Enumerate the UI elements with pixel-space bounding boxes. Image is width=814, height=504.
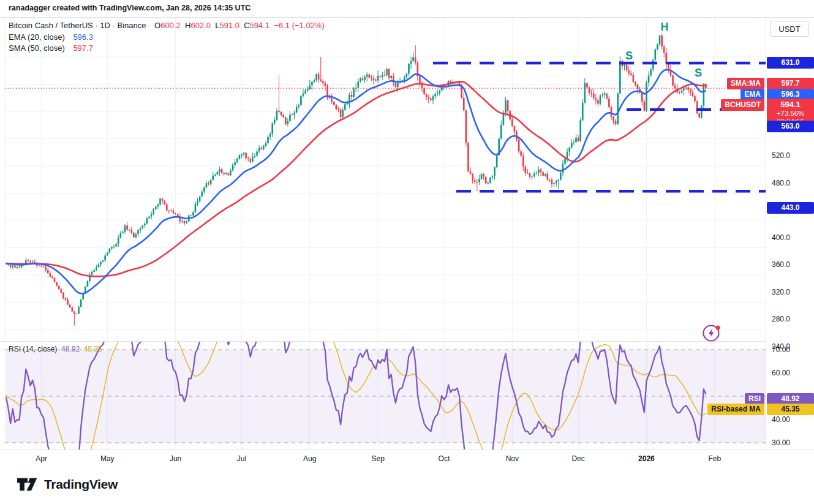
time-axis-label: May xyxy=(100,454,115,463)
lightning-button[interactable] xyxy=(702,324,722,344)
pattern-label-h[interactable]: H xyxy=(661,21,669,34)
open-value: 600.2 xyxy=(160,21,181,30)
rsi-value: 48.92 xyxy=(61,345,80,353)
rsi-axis-label: 60.00 xyxy=(766,368,814,378)
low-value: 591.0 xyxy=(219,21,239,30)
sma-axis-value: 597.7 xyxy=(767,78,814,89)
close-value: 594.1 xyxy=(250,21,270,30)
close-label: C xyxy=(244,21,249,30)
sma-legend-row[interactable]: SMA (50, close) 597.7 xyxy=(9,43,93,53)
price-grid xyxy=(5,18,766,341)
sma-label: SMA (50, close) xyxy=(9,43,65,53)
pattern-label-s[interactable]: S xyxy=(695,67,702,80)
symbol-companion-badge: BCHUSDT xyxy=(721,99,764,111)
rsi-ma-axis-value: 45.35 xyxy=(767,404,814,415)
candles xyxy=(6,34,707,326)
tradingview-logo-icon xyxy=(17,476,38,492)
ema-legend-row[interactable]: EMA (20, close) 596.3 xyxy=(9,32,93,42)
rsi-axis-label: 70.00 xyxy=(766,345,814,355)
sma-companion-badge: SMA:MA xyxy=(727,78,764,89)
symbol-title[interactable]: Bitcoin Cash / TetherUS · 1D · Binance xyxy=(9,21,146,30)
sma-value: 597.7 xyxy=(73,43,93,53)
price-pane[interactable] xyxy=(0,18,766,341)
pattern-label-s[interactable]: S xyxy=(625,50,633,62)
time-axis-label: 2026 xyxy=(638,454,655,463)
chart-widget: Bitcoin Cash / TetherUS · 1D · Binance O… xyxy=(0,17,814,467)
time-axis-label: Feb xyxy=(708,454,721,463)
rsi-ma-value: 45.35 xyxy=(84,345,102,353)
level-badge-443: 443.0 xyxy=(767,202,814,214)
last-price-percent: +73.56% xyxy=(767,109,814,118)
change-value: −6.1 (−1.02%) xyxy=(274,21,324,30)
ema-label: EMA (20, close) xyxy=(9,32,65,42)
price-axis[interactable]: USDT 631.0 597.7 596.3 594.1 +73.56% 09:… xyxy=(766,18,814,449)
time-axis-label: Jul xyxy=(237,454,246,463)
rsi-band xyxy=(5,350,766,443)
open-label: O xyxy=(154,21,160,30)
attribution-text: ranadagger created with TradingView.com,… xyxy=(9,4,251,12)
currency-button[interactable]: USDT xyxy=(770,21,809,37)
rsi-pane[interactable] xyxy=(0,341,766,449)
time-axis-label: Nov xyxy=(506,454,519,463)
price-axis-label: 360.0 xyxy=(766,260,814,269)
rsi-legend-row[interactable]: RSI (14, close) 48.92 45.35 xyxy=(9,345,102,353)
price-axis-label: 400.0 xyxy=(766,233,814,243)
pane-separator[interactable] xyxy=(0,341,814,342)
time-axis-label: Dec xyxy=(571,454,584,463)
level-badge-563: 563.0 xyxy=(767,121,814,132)
price-axis-label: 520.0 xyxy=(766,151,814,160)
lightning-icon xyxy=(702,324,722,344)
time-axis-label: Jun xyxy=(170,454,181,463)
time-axis[interactable]: AprMayJunJulAugSepOctNovDec2026Feb xyxy=(0,449,814,467)
rsi-ma-companion-badge: RSI-based MA xyxy=(707,404,764,415)
price-axis-label: 320.0 xyxy=(766,287,814,297)
symbol-legend-row[interactable]: Bitcoin Cash / TetherUS · 1D · Binance O… xyxy=(9,21,325,30)
time-axis-label: Apr xyxy=(36,454,47,463)
high-value: 602.0 xyxy=(190,21,211,30)
ema-value: 596.3 xyxy=(73,32,93,42)
rsi-axis-label: 30.00 xyxy=(766,438,814,448)
tradingview-logo[interactable]: TradingView xyxy=(17,476,118,492)
time-axis-label: Aug xyxy=(303,454,316,463)
price-axis-label: 280.0 xyxy=(766,314,814,324)
price-axis-label: 480.0 xyxy=(766,178,814,188)
level-badge-631: 631.0 xyxy=(767,57,814,69)
time-axis-label: Oct xyxy=(439,454,450,463)
rsi-axis-label: 40.00 xyxy=(766,415,814,424)
rsi-label: RSI (14, close) xyxy=(9,345,57,353)
high-label: H xyxy=(185,21,190,30)
tradingview-logo-text: TradingView xyxy=(44,477,118,492)
last-price-value: 594.1 xyxy=(767,100,814,109)
time-axis-label: Sep xyxy=(371,454,384,463)
